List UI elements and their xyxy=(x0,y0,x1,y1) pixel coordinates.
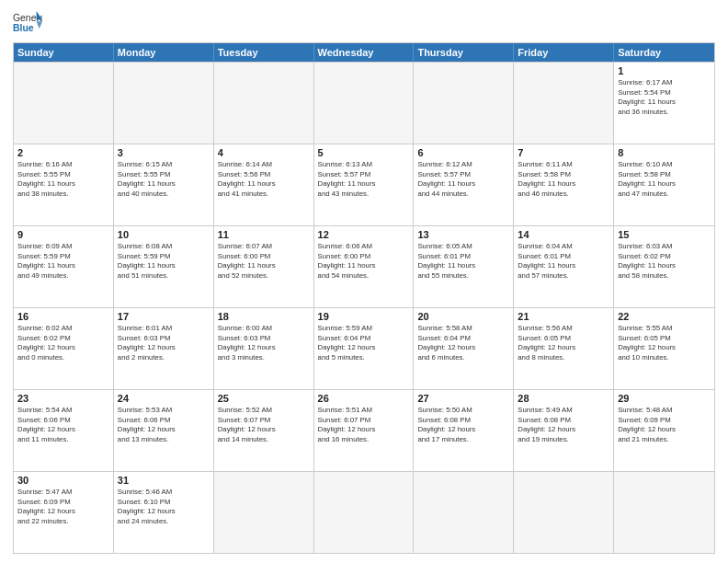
day-cell-10: 10Sunrise: 6:08 AM Sunset: 5:59 PM Dayli… xyxy=(114,226,214,307)
day-info: Sunrise: 5:58 AM Sunset: 6:04 PM Dayligh… xyxy=(417,324,509,362)
day-info: Sunrise: 6:05 AM Sunset: 6:01 PM Dayligh… xyxy=(417,242,509,281)
day-info: Sunrise: 6:10 AM Sunset: 5:58 PM Dayligh… xyxy=(618,160,711,199)
day-info: Sunrise: 5:53 AM Sunset: 6:06 PM Dayligh… xyxy=(118,406,210,444)
calendar-week-1: 1Sunrise: 6:17 AM Sunset: 5:54 PM Daylig… xyxy=(14,62,714,144)
day-number: 2 xyxy=(17,147,109,158)
day-cell-empty xyxy=(114,63,214,144)
day-info: Sunrise: 5:51 AM Sunset: 6:07 PM Dayligh… xyxy=(318,406,410,444)
day-number: 30 xyxy=(17,475,109,486)
day-cell-18: 18Sunrise: 6:00 AM Sunset: 6:03 PM Dayli… xyxy=(214,308,314,389)
day-number: 4 xyxy=(218,147,310,158)
day-number: 26 xyxy=(318,393,410,404)
day-cell-13: 13Sunrise: 6:05 AM Sunset: 6:01 PM Dayli… xyxy=(414,226,514,307)
day-cell-20: 20Sunrise: 5:58 AM Sunset: 6:04 PM Dayli… xyxy=(414,308,514,389)
day-number: 18 xyxy=(218,311,310,322)
day-cell-27: 27Sunrise: 5:50 AM Sunset: 6:08 PM Dayli… xyxy=(414,390,514,471)
day-cell-7: 7Sunrise: 6:11 AM Sunset: 5:58 PM Daylig… xyxy=(514,144,614,225)
day-info: Sunrise: 5:48 AM Sunset: 6:09 PM Dayligh… xyxy=(618,406,711,444)
day-number: 10 xyxy=(118,229,210,240)
day-info: Sunrise: 6:04 AM Sunset: 6:01 PM Dayligh… xyxy=(518,242,609,281)
day-number: 11 xyxy=(218,229,310,240)
day-cell-5: 5Sunrise: 6:13 AM Sunset: 5:57 PM Daylig… xyxy=(314,144,415,225)
day-number: 25 xyxy=(218,393,310,404)
svg-marker-3 xyxy=(37,21,42,29)
header-day-sunday: Sunday xyxy=(14,43,114,62)
day-cell-22: 22Sunrise: 5:55 AM Sunset: 6:05 PM Dayli… xyxy=(614,308,714,389)
day-cell-17: 17Sunrise: 6:01 AM Sunset: 6:03 PM Dayli… xyxy=(114,308,214,389)
day-cell-16: 16Sunrise: 6:02 AM Sunset: 6:02 PM Dayli… xyxy=(14,308,114,389)
day-cell-19: 19Sunrise: 5:59 AM Sunset: 6:04 PM Dayli… xyxy=(314,308,415,389)
day-info: Sunrise: 5:46 AM Sunset: 6:10 PM Dayligh… xyxy=(118,488,210,526)
day-cell-14: 14Sunrise: 6:04 AM Sunset: 6:01 PM Dayli… xyxy=(514,226,614,307)
day-number: 19 xyxy=(318,311,410,322)
calendar: SundayMondayTuesdayWednesdayThursdayFrid… xyxy=(13,42,715,554)
day-info: Sunrise: 5:49 AM Sunset: 6:08 PM Dayligh… xyxy=(518,406,609,444)
page-header: General Blue xyxy=(13,9,715,35)
day-number: 29 xyxy=(618,393,711,404)
day-info: Sunrise: 6:17 AM Sunset: 5:54 PM Dayligh… xyxy=(618,78,711,117)
day-cell-2: 2Sunrise: 6:16 AM Sunset: 5:55 PM Daylig… xyxy=(14,144,114,225)
header-day-friday: Friday xyxy=(514,43,614,62)
day-info: Sunrise: 6:08 AM Sunset: 5:59 PM Dayligh… xyxy=(118,242,210,281)
day-number: 24 xyxy=(118,393,210,404)
day-cell-empty xyxy=(314,472,415,553)
day-number: 8 xyxy=(618,147,711,158)
day-cell-3: 3Sunrise: 6:15 AM Sunset: 5:55 PM Daylig… xyxy=(114,144,214,225)
day-cell-empty xyxy=(214,472,314,553)
header-day-tuesday: Tuesday xyxy=(214,43,314,62)
calendar-week-4: 16Sunrise: 6:02 AM Sunset: 6:02 PM Dayli… xyxy=(14,307,714,389)
header-day-monday: Monday xyxy=(114,43,214,62)
day-cell-1: 1Sunrise: 6:17 AM Sunset: 5:54 PM Daylig… xyxy=(614,63,714,144)
day-info: Sunrise: 5:50 AM Sunset: 6:08 PM Dayligh… xyxy=(417,406,509,444)
day-cell-23: 23Sunrise: 5:54 AM Sunset: 6:06 PM Dayli… xyxy=(14,390,114,471)
day-number: 3 xyxy=(118,147,210,158)
day-number: 16 xyxy=(17,311,109,322)
day-number: 20 xyxy=(417,311,509,322)
day-info: Sunrise: 6:02 AM Sunset: 6:02 PM Dayligh… xyxy=(17,324,109,362)
day-cell-4: 4Sunrise: 6:14 AM Sunset: 5:56 PM Daylig… xyxy=(214,144,314,225)
day-info: Sunrise: 6:15 AM Sunset: 5:55 PM Dayligh… xyxy=(118,160,210,199)
day-info: Sunrise: 5:55 AM Sunset: 6:05 PM Dayligh… xyxy=(618,324,711,362)
day-cell-29: 29Sunrise: 5:48 AM Sunset: 6:09 PM Dayli… xyxy=(614,390,714,471)
day-cell-empty xyxy=(414,472,514,553)
day-cell-empty xyxy=(414,63,514,144)
day-number: 12 xyxy=(318,229,410,240)
day-number: 14 xyxy=(518,229,609,240)
day-info: Sunrise: 6:06 AM Sunset: 6:00 PM Dayligh… xyxy=(318,242,410,281)
day-info: Sunrise: 6:01 AM Sunset: 6:03 PM Dayligh… xyxy=(118,324,210,362)
calendar-week-2: 2Sunrise: 6:16 AM Sunset: 5:55 PM Daylig… xyxy=(14,144,714,225)
day-info: Sunrise: 6:07 AM Sunset: 6:00 PM Dayligh… xyxy=(218,242,310,281)
day-number: 15 xyxy=(618,229,711,240)
day-cell-empty xyxy=(14,63,114,144)
day-info: Sunrise: 5:59 AM Sunset: 6:04 PM Dayligh… xyxy=(318,324,410,362)
day-cell-26: 26Sunrise: 5:51 AM Sunset: 6:07 PM Dayli… xyxy=(314,390,415,471)
day-info: Sunrise: 5:56 AM Sunset: 6:05 PM Dayligh… xyxy=(518,324,609,362)
day-number: 21 xyxy=(518,311,609,322)
day-cell-30: 30Sunrise: 5:47 AM Sunset: 6:09 PM Dayli… xyxy=(14,472,114,553)
day-info: Sunrise: 6:14 AM Sunset: 5:56 PM Dayligh… xyxy=(218,160,310,199)
day-number: 1 xyxy=(618,65,711,76)
day-number: 31 xyxy=(118,475,210,486)
day-number: 9 xyxy=(17,229,109,240)
day-number: 28 xyxy=(518,393,609,404)
day-number: 27 xyxy=(417,393,509,404)
day-cell-21: 21Sunrise: 5:56 AM Sunset: 6:05 PM Dayli… xyxy=(514,308,614,389)
day-number: 17 xyxy=(118,311,210,322)
day-cell-25: 25Sunrise: 5:52 AM Sunset: 6:07 PM Dayli… xyxy=(214,390,314,471)
day-info: Sunrise: 6:09 AM Sunset: 5:59 PM Dayligh… xyxy=(17,242,109,281)
header-day-wednesday: Wednesday xyxy=(314,43,415,62)
day-cell-12: 12Sunrise: 6:06 AM Sunset: 6:00 PM Dayli… xyxy=(314,226,415,307)
day-info: Sunrise: 5:47 AM Sunset: 6:09 PM Dayligh… xyxy=(17,488,109,526)
day-info: Sunrise: 6:03 AM Sunset: 6:02 PM Dayligh… xyxy=(618,242,711,281)
day-number: 22 xyxy=(618,311,711,322)
day-cell-6: 6Sunrise: 6:12 AM Sunset: 5:57 PM Daylig… xyxy=(414,144,514,225)
logo: General Blue xyxy=(13,9,42,35)
calendar-week-3: 9Sunrise: 6:09 AM Sunset: 5:59 PM Daylig… xyxy=(14,225,714,307)
day-number: 6 xyxy=(417,147,509,158)
day-cell-9: 9Sunrise: 6:09 AM Sunset: 5:59 PM Daylig… xyxy=(14,226,114,307)
calendar-week-5: 23Sunrise: 5:54 AM Sunset: 6:06 PM Dayli… xyxy=(14,389,714,471)
generalblue-logo-icon: General Blue xyxy=(13,9,42,35)
day-number: 13 xyxy=(417,229,509,240)
day-cell-15: 15Sunrise: 6:03 AM Sunset: 6:02 PM Dayli… xyxy=(614,226,714,307)
day-info: Sunrise: 6:11 AM Sunset: 5:58 PM Dayligh… xyxy=(518,160,609,199)
